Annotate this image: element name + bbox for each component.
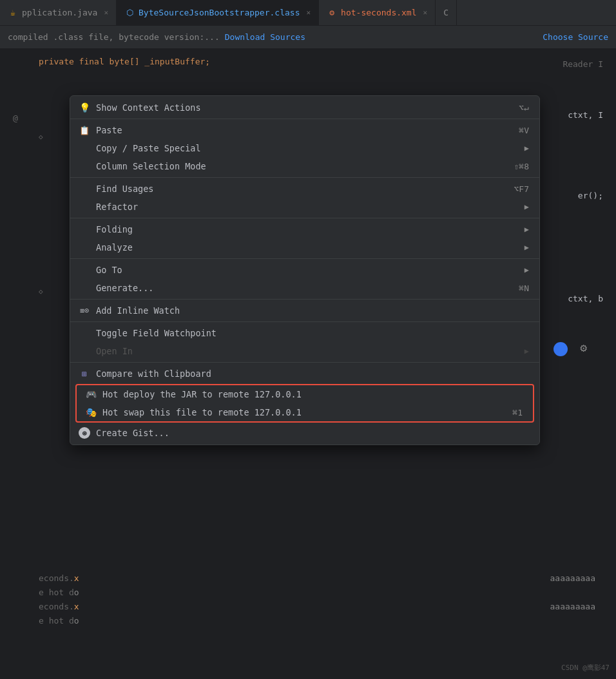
bottom-code-area: econds.x aaaaaaaaa e hot do econds.x aaa… <box>0 571 616 627</box>
separator-4 <box>70 258 539 259</box>
gutter-diamond-1: ◇ <box>39 133 43 141</box>
hot-swap-icon: 🎭 <box>84 406 97 419</box>
menu-item-folding[interactable]: Folding ▶ <box>70 220 539 238</box>
menu-item-generate[interactable]: Generate... ⌘N <box>70 279 539 297</box>
separator-2 <box>70 177 539 178</box>
info-text: compiled .class file, bytecode version:.… <box>8 32 220 42</box>
settings-gear-icon: ⚙ <box>580 341 587 354</box>
menu-item-create-gist[interactable]: ⊛ Create Gist... <box>70 424 539 442</box>
bottom-line-2: e hot do <box>0 585 616 599</box>
class-file-icon: ⬡ <box>124 8 135 18</box>
tab-close-icon[interactable]: ✕ <box>306 8 311 17</box>
menu-item-open-in[interactable]: Open In ▶ <box>70 342 539 360</box>
github-icon: ⊛ <box>78 426 91 439</box>
menu-item-column-selection[interactable]: Column Selection Mode ⇧⌘8 <box>70 157 539 175</box>
gutter-at: @ <box>13 113 18 123</box>
java-file-icon: ☕ <box>8 8 18 18</box>
right-text-ctxt: ctxt, I <box>568 110 603 120</box>
separator-1 <box>70 119 539 119</box>
menu-item-show-context-actions[interactable]: 💡 Show Context Actions ⌥↵ <box>70 99 539 117</box>
paste-icon: 📋 <box>78 124 91 137</box>
menu-item-compare-clipboard[interactable]: ⊞ Compare with Clipboard <box>70 365 539 383</box>
submenu-arrow: ▶ <box>525 202 529 211</box>
download-sources-link[interactable]: Download Sources <box>225 32 305 42</box>
menu-item-goto[interactable]: Go To ▶ <box>70 261 539 279</box>
submenu-arrow: ▶ <box>525 144 529 153</box>
bottom-line-1: econds.x aaaaaaaaa <box>0 571 616 585</box>
menu-item-analyze[interactable]: Analyze ▶ <box>70 238 539 256</box>
right-text-b: ctxt, b <box>568 294 603 303</box>
code-line-1: private final byte[] _inputBuffer; Reade… <box>0 54 616 68</box>
compare-icon: ⊞ <box>78 367 91 380</box>
bottom-line-3: econds.x aaaaaaaaa <box>0 599 616 613</box>
watermark: CSDN @鹰影47 <box>561 663 610 673</box>
tab-close-icon[interactable]: ✕ <box>104 8 108 17</box>
menu-item-paste[interactable]: 📋 Paste ⌘V <box>70 121 539 139</box>
submenu-arrow: ▶ <box>525 243 529 252</box>
menu-item-add-inline-watch[interactable]: ≡⊙ Add Inline Watch <box>70 301 539 320</box>
bottom-line-4: e hot do <box>0 613 616 627</box>
tab-bar: ☕ pplication.java ✕ ⬡ ByteSourceJsonBoot… <box>0 0 616 26</box>
tab-application-java[interactable]: ☕ pplication.java ✕ <box>0 0 117 25</box>
watch-icon: ≡⊙ <box>78 304 91 317</box>
gutter-diamond-2: ◇ <box>39 287 43 296</box>
menu-item-find-usages[interactable]: Find Usages ⌥F7 <box>70 180 539 198</box>
code-text: private final byte[] _inputBuffer; <box>39 57 210 66</box>
separator-3 <box>70 218 539 218</box>
separator-7 <box>70 362 539 363</box>
right-code-text: Reader I <box>563 59 603 69</box>
separator-6 <box>70 321 539 322</box>
lightbulb-icon: 💡 <box>78 101 91 114</box>
tab-c[interactable]: C <box>436 0 457 25</box>
right-text-er: er(); <box>578 191 603 200</box>
submenu-arrow: ▶ <box>525 347 529 356</box>
choose-source-link[interactable]: Choose Source <box>543 32 608 42</box>
hot-deploy-icon: 🎮 <box>84 388 97 401</box>
submenu-arrow: ▶ <box>525 265 529 274</box>
context-menu: 💡 Show Context Actions ⌥↵ 📋 Paste ⌘V Cop… <box>70 95 540 445</box>
menu-item-copy-paste-special[interactable]: Copy / Paste Special ▶ <box>70 139 539 157</box>
menu-item-hot-deploy-jar[interactable]: 🎮 Hot deploy the JAR to remote 127.0.0.1 <box>77 385 533 403</box>
info-bar: compiled .class file, bytecode version:.… <box>0 26 616 49</box>
blue-circle-icon <box>553 342 568 356</box>
bottom-prefix: econds. <box>39 573 74 583</box>
submenu-arrow: ▶ <box>525 225 529 234</box>
menu-item-refactor[interactable]: Refactor ▶ <box>70 198 539 216</box>
menu-item-hot-swap-file[interactable]: 🎭 Hot swap this file to remote 127.0.0.1… <box>77 403 533 421</box>
separator-5 <box>70 299 539 300</box>
tab-byte-source[interactable]: ⬡ ByteSourceJsonBootstrapper.class ✕ <box>117 0 319 25</box>
menu-item-toggle-watchpoint[interactable]: Toggle Field Watchpoint <box>70 324 539 342</box>
tab-close-icon[interactable]: ✕ <box>423 8 428 17</box>
tab-hot-seconds[interactable]: ⚙ hot-seconds.xml ✕ <box>319 0 436 25</box>
xml-file-icon: ⚙ <box>327 8 337 18</box>
hot-deploy-section: 🎮 Hot deploy the JAR to remote 127.0.0.1… <box>75 384 534 423</box>
